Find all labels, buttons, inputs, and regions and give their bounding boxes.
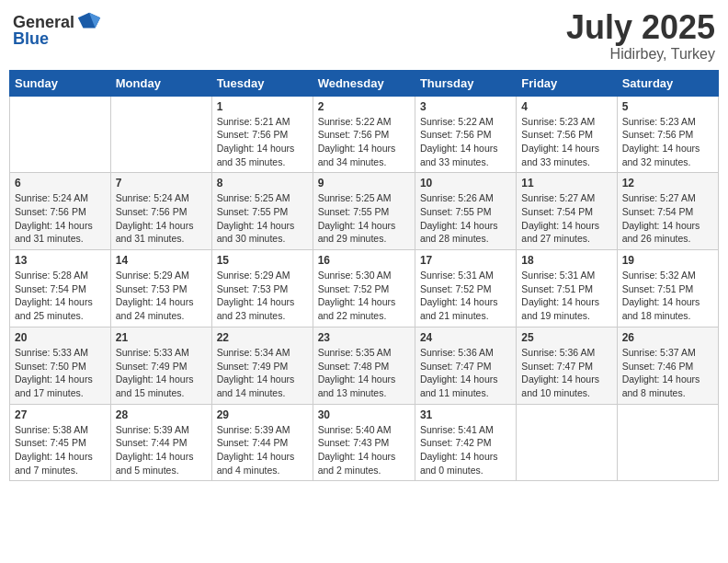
calendar-cell: 14Sunrise: 5:29 AMSunset: 7:53 PMDayligh… — [110, 250, 211, 327]
calendar-cell: 10Sunrise: 5:26 AMSunset: 7:55 PMDayligh… — [415, 173, 516, 250]
day-info: Sunrise: 5:38 AMSunset: 7:45 PMDaylight:… — [15, 423, 106, 477]
day-number: 12 — [622, 177, 713, 190]
calendar-cell: 25Sunrise: 5:36 AMSunset: 7:47 PMDayligh… — [517, 327, 617, 404]
calendar-cell: 3Sunrise: 5:22 AMSunset: 7:56 PMDaylight… — [415, 96, 516, 173]
day-info: Sunrise: 5:22 AMSunset: 7:56 PMDaylight:… — [318, 115, 410, 169]
calendar-cell: 21Sunrise: 5:33 AMSunset: 7:49 PMDayligh… — [110, 327, 211, 404]
day-info: Sunrise: 5:27 AMSunset: 7:54 PMDaylight:… — [622, 191, 713, 246]
day-info: Sunrise: 5:31 AMSunset: 7:51 PMDaylight:… — [521, 269, 611, 323]
calendar-cell: 18Sunrise: 5:31 AMSunset: 7:51 PMDayligh… — [517, 250, 617, 327]
day-info: Sunrise: 5:24 AMSunset: 7:56 PMDaylight:… — [116, 191, 207, 246]
day-info: Sunrise: 5:25 AMSunset: 7:55 PMDaylight:… — [318, 191, 410, 246]
day-number: 16 — [318, 254, 410, 267]
month-title: July 2025 — [566, 9, 715, 46]
day-number: 11 — [521, 177, 611, 190]
day-number: 22 — [217, 331, 308, 344]
calendar-cell: 11Sunrise: 5:27 AMSunset: 7:54 PMDayligh… — [517, 173, 617, 250]
day-number: 28 — [116, 408, 207, 421]
day-info: Sunrise: 5:29 AMSunset: 7:53 PMDaylight:… — [116, 269, 207, 323]
calendar-cell: 9Sunrise: 5:25 AMSunset: 7:55 PMDaylight… — [313, 173, 415, 250]
day-info: Sunrise: 5:21 AMSunset: 7:56 PMDaylight:… — [217, 115, 308, 169]
day-info: Sunrise: 5:39 AMSunset: 7:44 PMDaylight:… — [217, 423, 308, 477]
weekday-tuesday: Tuesday — [211, 70, 313, 96]
calendar-cell: 16Sunrise: 5:30 AMSunset: 7:52 PMDayligh… — [313, 250, 415, 327]
calendar-cell: 12Sunrise: 5:27 AMSunset: 7:54 PMDayligh… — [617, 173, 718, 250]
calendar-cell: 5Sunrise: 5:23 AMSunset: 7:56 PMDaylight… — [617, 96, 718, 173]
calendar-cell: 17Sunrise: 5:31 AMSunset: 7:52 PMDayligh… — [415, 250, 516, 327]
calendar-cell: 24Sunrise: 5:36 AMSunset: 7:47 PMDayligh… — [415, 327, 516, 404]
day-number: 20 — [15, 331, 106, 344]
day-number: 19 — [622, 254, 713, 267]
day-info: Sunrise: 5:33 AMSunset: 7:50 PMDaylight:… — [15, 346, 106, 400]
calendar-cell: 31Sunrise: 5:41 AMSunset: 7:42 PMDayligh… — [415, 404, 516, 481]
day-info: Sunrise: 5:34 AMSunset: 7:49 PMDaylight:… — [217, 346, 308, 400]
day-number: 29 — [217, 408, 308, 421]
day-info: Sunrise: 5:36 AMSunset: 7:47 PMDaylight:… — [521, 346, 611, 400]
day-number: 24 — [420, 331, 511, 344]
day-number: 14 — [116, 254, 207, 267]
calendar-cell: 7Sunrise: 5:24 AMSunset: 7:56 PMDaylight… — [110, 173, 211, 250]
day-number: 13 — [15, 254, 106, 267]
day-info: Sunrise: 5:36 AMSunset: 7:47 PMDaylight:… — [420, 346, 511, 400]
calendar-body: 1Sunrise: 5:21 AMSunset: 7:56 PMDaylight… — [10, 96, 719, 481]
calendar-cell: 22Sunrise: 5:34 AMSunset: 7:49 PMDayligh… — [211, 327, 313, 404]
day-number: 26 — [622, 331, 713, 344]
weekday-wednesday: Wednesday — [313, 70, 415, 96]
day-info: Sunrise: 5:30 AMSunset: 7:52 PMDaylight:… — [318, 269, 410, 323]
day-number: 1 — [217, 100, 308, 113]
day-info: Sunrise: 5:25 AMSunset: 7:55 PMDaylight:… — [217, 191, 308, 246]
day-number: 27 — [15, 408, 106, 421]
day-info: Sunrise: 5:33 AMSunset: 7:49 PMDaylight:… — [116, 346, 207, 400]
calendar-cell: 6Sunrise: 5:24 AMSunset: 7:56 PMDaylight… — [10, 173, 111, 250]
day-number: 2 — [318, 100, 410, 113]
day-info: Sunrise: 5:35 AMSunset: 7:48 PMDaylight:… — [318, 346, 410, 400]
week-row-3: 13Sunrise: 5:28 AMSunset: 7:54 PMDayligh… — [10, 250, 719, 327]
weekday-header-row: SundayMondayTuesdayWednesdayThursdayFrid… — [10, 70, 719, 96]
day-number: 25 — [521, 331, 611, 344]
day-info: Sunrise: 5:24 AMSunset: 7:56 PMDaylight:… — [15, 191, 106, 246]
day-info: Sunrise: 5:29 AMSunset: 7:53 PMDaylight:… — [217, 269, 308, 323]
day-number: 9 — [318, 177, 410, 190]
day-number: 7 — [116, 177, 207, 190]
day-number: 17 — [420, 254, 511, 267]
calendar-cell: 23Sunrise: 5:35 AMSunset: 7:48 PMDayligh… — [313, 327, 415, 404]
calendar-cell: 30Sunrise: 5:40 AMSunset: 7:43 PMDayligh… — [313, 404, 415, 481]
week-row-1: 1Sunrise: 5:21 AMSunset: 7:56 PMDaylight… — [10, 96, 719, 173]
page-header: General Blue July 2025 Hidirbey, Turkey — [9, 9, 719, 63]
day-info: Sunrise: 5:37 AMSunset: 7:46 PMDaylight:… — [622, 346, 713, 400]
logo-icon — [76, 9, 102, 35]
day-number: 18 — [521, 254, 611, 267]
calendar-cell: 19Sunrise: 5:32 AMSunset: 7:51 PMDayligh… — [617, 250, 718, 327]
week-row-5: 27Sunrise: 5:38 AMSunset: 7:45 PMDayligh… — [10, 404, 719, 481]
day-number: 30 — [318, 408, 410, 421]
calendar-table: SundayMondayTuesdayWednesdayThursdayFrid… — [9, 70, 719, 482]
calendar-cell: 27Sunrise: 5:38 AMSunset: 7:45 PMDayligh… — [10, 404, 111, 481]
calendar-cell: 15Sunrise: 5:29 AMSunset: 7:53 PMDayligh… — [211, 250, 313, 327]
week-row-4: 20Sunrise: 5:33 AMSunset: 7:50 PMDayligh… — [10, 327, 719, 404]
day-info: Sunrise: 5:41 AMSunset: 7:42 PMDaylight:… — [420, 423, 511, 477]
day-info: Sunrise: 5:32 AMSunset: 7:51 PMDaylight:… — [622, 269, 713, 323]
day-info: Sunrise: 5:23 AMSunset: 7:56 PMDaylight:… — [622, 115, 713, 169]
weekday-sunday: Sunday — [10, 70, 111, 96]
calendar-cell: 28Sunrise: 5:39 AMSunset: 7:44 PMDayligh… — [110, 404, 211, 481]
weekday-saturday: Saturday — [617, 70, 718, 96]
calendar-cell: 20Sunrise: 5:33 AMSunset: 7:50 PMDayligh… — [10, 327, 111, 404]
day-info: Sunrise: 5:22 AMSunset: 7:56 PMDaylight:… — [420, 115, 511, 169]
day-number: 5 — [622, 100, 713, 113]
day-number: 15 — [217, 254, 308, 267]
week-row-2: 6Sunrise: 5:24 AMSunset: 7:56 PMDaylight… — [10, 173, 719, 250]
weekday-friday: Friday — [517, 70, 617, 96]
calendar-cell — [110, 96, 211, 173]
day-number: 4 — [521, 100, 611, 113]
day-info: Sunrise: 5:26 AMSunset: 7:55 PMDaylight:… — [420, 191, 511, 246]
calendar-cell: 29Sunrise: 5:39 AMSunset: 7:44 PMDayligh… — [211, 404, 313, 481]
day-number: 23 — [318, 331, 410, 344]
day-info: Sunrise: 5:31 AMSunset: 7:52 PMDaylight:… — [420, 269, 511, 323]
title-block: July 2025 Hidirbey, Turkey — [566, 9, 715, 63]
calendar-cell: 4Sunrise: 5:23 AMSunset: 7:56 PMDaylight… — [517, 96, 617, 173]
calendar-cell: 13Sunrise: 5:28 AMSunset: 7:54 PMDayligh… — [10, 250, 111, 327]
day-number: 21 — [116, 331, 207, 344]
day-info: Sunrise: 5:27 AMSunset: 7:54 PMDaylight:… — [521, 191, 611, 246]
calendar-cell — [617, 404, 718, 481]
calendar-cell — [517, 404, 617, 481]
